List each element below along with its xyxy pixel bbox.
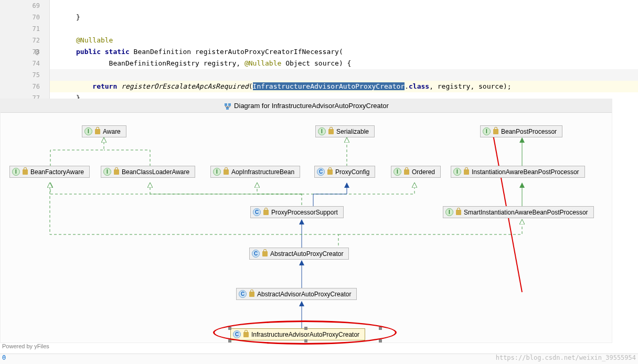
code-line (50, 0, 638, 12)
lock-icon (95, 129, 100, 134)
annotation-ellipse (213, 320, 397, 345)
node-serializable[interactable]: ISerializable (315, 125, 375, 137)
line-num: 76 (0, 81, 40, 92)
status-left: 0 (2, 354, 6, 361)
line-num: 69 (0, 0, 40, 12)
class-icon: C (252, 250, 260, 258)
diagram-edges (1, 113, 613, 344)
diagram-canvas[interactable]: IAware ISerializable IBeanPostProcessor … (1, 113, 613, 344)
node-proxyconfig[interactable]: CProxyConfig (314, 166, 375, 178)
selected-text: InfrastructureAdvisorAutoProxyCreator (253, 82, 405, 90)
lock-icon (328, 129, 334, 134)
lock-icon (249, 292, 254, 297)
lock-icon (114, 169, 119, 175)
annotation: @Nullable (76, 36, 113, 44)
watermark: https://blog.csdn.net/weixin_39555954 (496, 354, 636, 361)
line-num: 73@ (0, 46, 40, 58)
code-line (50, 23, 638, 35)
lock-icon (456, 210, 461, 215)
node-aopinfrastructurebean[interactable]: IAopInfrastructureBean (210, 166, 300, 178)
code-line (50, 69, 638, 81)
diagram-panel[interactable]: Diagram for InfrastructureAdvisorAutoPro… (0, 99, 612, 343)
node-aware[interactable]: IAware (82, 125, 126, 137)
powered-by-label: Powered by yFiles (2, 343, 49, 349)
lock-icon (404, 169, 409, 175)
line-num: 75 (0, 69, 40, 81)
code-area[interactable]: } @Nullable public static BeanDefinition… (50, 0, 638, 99)
interface-icon: I (318, 127, 326, 135)
node-beanpostprocessor[interactable]: IBeanPostProcessor (480, 125, 562, 137)
override-icon: @ (35, 46, 39, 58)
interface-icon: I (103, 168, 111, 176)
lock-icon (327, 169, 333, 175)
gutter: 69 70 71 72 73@ 74 75 76 77 (0, 0, 50, 99)
interface-icon: I (394, 168, 401, 176)
resize-handle[interactable] (379, 339, 382, 342)
lock-icon (464, 169, 469, 175)
node-abstractadvisorautoproxycreator[interactable]: CAbstractAdvisorAutoProxyCreator (236, 288, 357, 300)
lock-icon (262, 251, 268, 256)
line-num: 70 (0, 12, 40, 23)
diagram-icon (224, 102, 232, 111)
diagram-title: Diagram for InfrastructureAdvisorAutoPro… (1, 99, 612, 113)
class-icon: C (239, 290, 247, 298)
node-instantiationawarebpp[interactable]: IInstantiationAwareBeanPostProcessor (451, 166, 585, 178)
node-beanclassloaderaware[interactable]: IBeanClassLoaderAware (101, 166, 195, 178)
lock-icon (224, 169, 229, 175)
node-proxyprocessorsupport[interactable]: CProxyProcessorSupport (250, 206, 344, 218)
svg-rect-2 (226, 107, 229, 110)
code-editor[interactable]: 69 70 71 72 73@ 74 75 76 77 } @Nullable … (0, 0, 638, 99)
code-line: @Nullable (50, 35, 638, 46)
interface-icon: I (213, 168, 221, 176)
interface-icon: I (84, 127, 92, 135)
node-beanfactoryaware[interactable]: IBeanFactoryAware (9, 166, 90, 178)
node-smartiabpp[interactable]: ISmartInstantiationAwareBeanPostProcesso… (443, 206, 594, 218)
line-num: 71 (0, 23, 40, 35)
class-icon: C (317, 168, 325, 176)
class-icon: C (253, 208, 261, 216)
lock-icon (493, 129, 498, 134)
svg-rect-1 (228, 103, 231, 106)
status-bar: 0 https://blog.csdn.net/weixin_39555954 (0, 354, 638, 364)
interface-icon: I (445, 208, 453, 216)
node-ordered[interactable]: IOrdered (391, 166, 441, 178)
resize-handle[interactable] (228, 339, 231, 342)
interface-icon: I (12, 168, 20, 176)
code-line: public static BeanDefinition registerAut… (50, 46, 638, 58)
line-num: 72 (0, 35, 40, 46)
lock-icon (263, 210, 269, 215)
lock-icon (23, 169, 28, 175)
code-line: } (50, 12, 638, 23)
line-num: 74 (0, 58, 40, 69)
node-abstractautoproxycreator[interactable]: CAbstractAutoProxyCreator (249, 248, 349, 260)
interface-icon: I (453, 168, 461, 176)
interface-icon: I (483, 127, 491, 135)
svg-rect-0 (225, 103, 227, 106)
code-line: BeanDefinitionRegistry registry, @Nullab… (50, 58, 638, 69)
code-line: return registerOrEscalateApcAsRequired(I… (50, 81, 638, 92)
